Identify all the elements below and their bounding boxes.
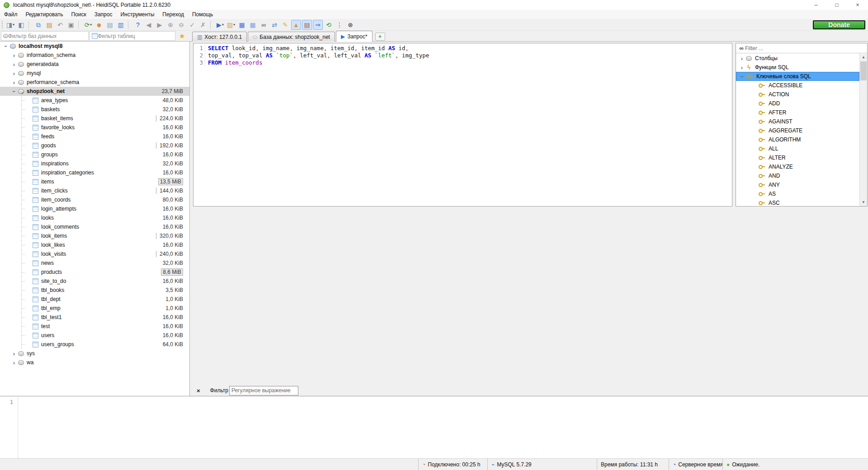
tree-item-table[interactable]: test16,0 KiB <box>0 322 189 331</box>
expand-chevron-icon[interactable]: › <box>11 350 17 357</box>
close-button[interactable]: × <box>847 0 868 10</box>
scroll-thumb[interactable] <box>860 61 867 80</box>
session-manager-icon[interactable]: ◨▾ <box>5 20 15 30</box>
dropdown-arrow-icon[interactable]: ▾ <box>90 23 92 27</box>
tree-item-table[interactable]: tbl_dept1,0 KiB <box>0 295 189 304</box>
regex-filter-input[interactable] <box>229 386 298 395</box>
keyword-item[interactable]: ADD <box>736 99 859 108</box>
dropdown-arrow-icon[interactable]: ▾ <box>222 23 224 27</box>
follow-cursor-icon[interactable]: ⇒ <box>313 20 323 30</box>
tree-item-table[interactable]: look_comments16,0 KiB <box>0 222 189 231</box>
collapse-chevron-icon[interactable]: › <box>3 43 9 49</box>
delete-record-icon[interactable]: ⊖ <box>176 20 186 30</box>
database-list-icon[interactable]: ▤ <box>105 20 115 30</box>
maximize-button[interactable]: □ <box>826 0 847 10</box>
menu-item[interactable]: Файл <box>0 10 22 19</box>
tree-item-table[interactable]: looks16,0 KiB <box>0 213 189 222</box>
save-sql-as-icon[interactable]: ▦ <box>248 20 258 30</box>
keyword-item[interactable]: ANALYZE <box>736 162 859 171</box>
tree-item-database[interactable]: ›wa <box>0 358 189 367</box>
menu-item[interactable]: Переход <box>158 10 188 19</box>
first-record-icon[interactable]: ◀ <box>144 20 154 30</box>
tree-item-table[interactable]: favorite_looks16,0 KiB <box>0 123 189 132</box>
tree-item-database-selected[interactable]: ›shopzlook_net23,7 MiB <box>0 87 189 96</box>
tree-item-table[interactable]: tbl_test116,0 KiB <box>0 313 189 322</box>
tree-item-table[interactable]: products8,6 MiB <box>0 268 189 277</box>
scroll-up-icon[interactable]: ▲ <box>860 54 867 61</box>
reformat-sql-icon[interactable]: ⟲ <box>324 20 334 30</box>
menu-item[interactable]: Запрос <box>90 10 117 19</box>
load-sql-file-icon[interactable]: ▨▾ <box>226 20 236 30</box>
help-filter-input[interactable] <box>745 45 867 52</box>
bottom-log-panel[interactable]: 1 <box>0 396 868 458</box>
help-group-columns[interactable]: ›Столбцы <box>736 54 859 63</box>
tree-item-table[interactable]: inspiration_categories16,0 KiB <box>0 168 189 177</box>
keyword-item[interactable]: ALL <box>736 144 859 153</box>
undo-icon[interactable]: ↶ <box>55 20 65 30</box>
tree-item-table[interactable]: news32,0 KiB <box>0 258 189 268</box>
tree-item-database[interactable]: ›sys <box>0 349 189 358</box>
replace-icon[interactable]: ⇄ <box>269 20 279 30</box>
keyword-item[interactable]: AGGREGATE <box>736 126 859 135</box>
query-profile-icon[interactable]: ▤ <box>302 20 312 30</box>
keyword-item[interactable]: ALGORITHM <box>736 135 859 144</box>
tree-item-table[interactable]: groups16,0 KiB <box>0 150 189 159</box>
tree-item-table[interactable]: site_to_do16,0 KiB <box>0 277 189 286</box>
help-group-keywords[interactable]: ›Ключевые слова SQL <box>736 72 859 81</box>
tree-item-table[interactable]: tbl_emp1,0 KiB <box>0 304 189 313</box>
keyword-item[interactable]: AGAINST <box>736 117 859 126</box>
dropdown-arrow-icon[interactable]: ▾ <box>233 23 235 27</box>
menu-item[interactable]: Помощь <box>188 10 217 19</box>
new-query-tab-button[interactable]: + <box>375 33 385 41</box>
tree-item-table[interactable]: tbl_books3,5 KiB <box>0 286 189 295</box>
tab-query[interactable]: ▶Запрос* <box>336 31 373 42</box>
expand-chevron-icon[interactable]: › <box>11 359 17 366</box>
user-manager-icon[interactable]: ☻ <box>94 20 104 30</box>
new-window-icon[interactable]: ◧ <box>16 20 26 30</box>
expand-chevron-icon[interactable]: › <box>11 52 17 59</box>
collapse-chevron-icon[interactable]: › <box>739 73 746 80</box>
refresh-icon[interactable]: ⟳▾ <box>83 20 93 30</box>
expand-chevron-icon[interactable]: › <box>11 61 17 68</box>
copy-icon[interactable]: ⧉ <box>33 20 43 30</box>
table-filter-input[interactable] <box>98 32 175 40</box>
expand-chevron-icon[interactable]: › <box>11 79 17 86</box>
warning-highlight-icon[interactable]: ▲ <box>291 20 301 30</box>
tree-item-table[interactable]: item_coords80,0 KiB <box>0 195 189 204</box>
minimize-button[interactable]: – <box>806 0 826 10</box>
expand-chevron-icon[interactable]: › <box>739 64 745 71</box>
tree-item-table[interactable]: item_clicks144,0 KiB <box>0 186 189 195</box>
database-filter-input[interactable] <box>8 32 88 40</box>
help-scrollbar[interactable]: ▲ ▼ <box>859 54 867 206</box>
keyword-item[interactable]: ACTION <box>736 90 859 99</box>
tab-database[interactable]: ⬭База данных: shopzlook_net <box>248 32 335 42</box>
menu-item[interactable]: Поиск <box>67 10 90 19</box>
keyword-item[interactable]: AS <box>736 189 859 198</box>
tree-item-table[interactable]: users_groups64,0 KiB <box>0 340 189 349</box>
tree-item-server[interactable]: ›localhost mysql8 <box>0 42 189 51</box>
paste-icon[interactable]: ▤ <box>44 20 54 30</box>
tree-item-table[interactable]: feeds16,0 KiB <box>0 132 189 141</box>
sql-editor[interactable]: 1SELECT look_id, img_name, img_name, ite… <box>193 43 732 207</box>
revert-changes-icon[interactable]: ✗ <box>198 20 208 30</box>
keyword-item[interactable]: ANY <box>736 180 859 189</box>
insert-record-icon[interactable]: ⊕ <box>165 20 175 30</box>
tree-item-table[interactable]: inspirations32,0 KiB <box>0 159 189 168</box>
find-icon[interactable]: ∞ <box>259 20 269 30</box>
tab-host[interactable]: ▥Хост: 127.0.0.1 <box>192 32 247 42</box>
export-clipboard-icon[interactable]: ▥ <box>116 20 126 30</box>
help-group-functions[interactable]: ›ϟФункции SQL <box>736 63 859 72</box>
menu-item[interactable]: Редактировать <box>22 10 67 19</box>
keyword-item[interactable]: ASC <box>736 198 859 206</box>
tree-item-table[interactable]: look_items320,0 KiB <box>0 231 189 240</box>
keyword-item[interactable]: AFTER <box>736 108 859 117</box>
tree-item-database[interactable]: ›mysql <box>0 69 189 78</box>
edit-pencil-icon[interactable]: ✎ <box>280 20 290 30</box>
help-icon[interactable]: ? <box>133 20 143 30</box>
tree-item-table[interactable]: goods192,0 KiB <box>0 141 189 150</box>
run-query-icon[interactable]: ▶▾ <box>215 20 225 30</box>
expand-chevron-icon[interactable]: › <box>11 70 17 77</box>
close-filter-icon[interactable]: × <box>197 387 200 394</box>
bind-params-icon[interactable]: ⋮ <box>335 20 344 30</box>
collapse-chevron-icon[interactable]: › <box>11 88 18 94</box>
